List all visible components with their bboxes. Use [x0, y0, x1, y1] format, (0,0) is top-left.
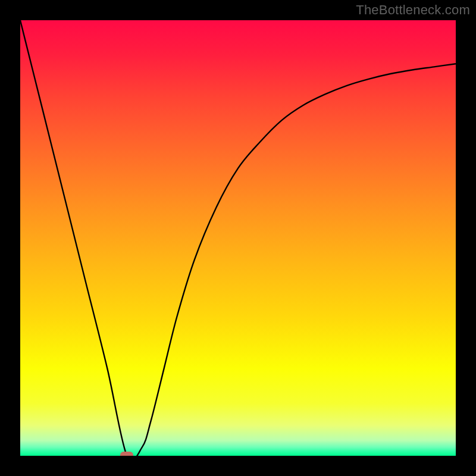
bottleneck-curve — [20, 20, 456, 456]
chart-frame: TheBottleneck.com — [0, 0, 476, 476]
plot-area — [20, 20, 456, 456]
curve-path — [20, 20, 456, 456]
minimum-marker — [120, 452, 133, 456]
attribution-label: TheBottleneck.com — [356, 2, 470, 18]
